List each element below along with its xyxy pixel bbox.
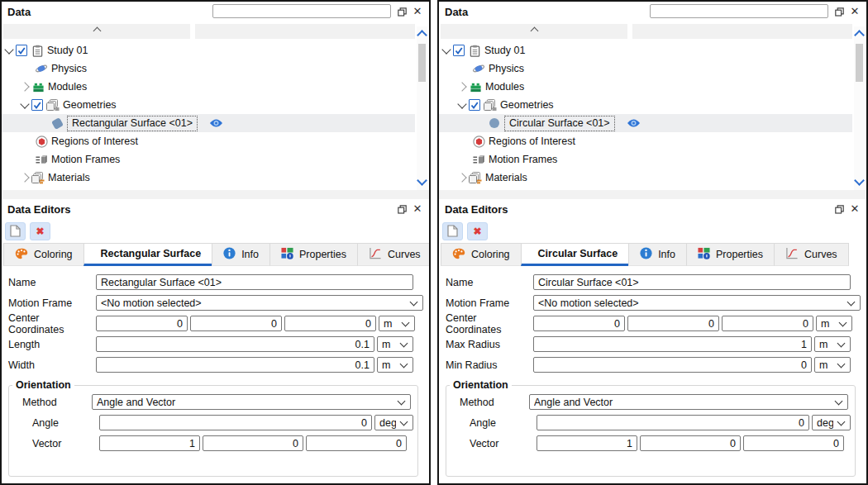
close-panel-button[interactable]: ✕ — [848, 202, 861, 216]
study-checkbox[interactable] — [453, 45, 465, 56]
scrollbar-thumb[interactable] — [418, 44, 426, 82]
close-panel-button[interactable]: ✕ — [411, 5, 424, 18]
dim2-input[interactable] — [96, 357, 374, 373]
vector-x-input[interactable] — [99, 435, 200, 451]
center-y-input[interactable] — [190, 316, 282, 331]
vector-y-input[interactable] — [203, 435, 303, 451]
dim1-unit-select[interactable]: m — [814, 336, 851, 352]
center-y-input[interactable] — [627, 316, 719, 331]
tree-header-column-2[interactable] — [632, 24, 852, 39]
vector-y-input[interactable] — [640, 435, 741, 451]
tree-item-geometries[interactable]: Geometries — [2, 96, 429, 114]
center-z-input[interactable] — [722, 316, 813, 331]
tab-coloring[interactable]: Coloring — [3, 243, 84, 266]
tree-item-modules[interactable]: Modules — [2, 78, 429, 96]
tree-item-physics[interactable]: Physics — [439, 59, 866, 78]
center-unit-select[interactable]: m — [816, 316, 852, 331]
angle-input[interactable] — [99, 415, 372, 430]
chevron-right-icon[interactable] — [457, 82, 466, 91]
tree-item-study[interactable]: Study 01 — [2, 41, 429, 59]
motion-frame-select[interactable]: <No motion selected> — [96, 295, 423, 311]
tree-item-surface[interactable]: Circular Surface <01> — [439, 114, 852, 132]
tree-item-materials[interactable]: Materials — [2, 169, 429, 187]
dim2-unit-select[interactable]: m — [377, 357, 413, 373]
chevron-down-icon[interactable] — [4, 45, 13, 54]
scroll-up-icon[interactable] — [417, 30, 427, 40]
tree-item-motion-frames[interactable]: Motion Frames — [439, 150, 866, 169]
tree-item-label-selected[interactable]: Rectangular Surface <01> — [67, 116, 198, 131]
tree-item-physics[interactable]: Physics — [2, 59, 429, 78]
tab-properties[interactable]: Properties — [269, 243, 358, 266]
angle-unit-select[interactable]: dega — [374, 415, 413, 430]
tab-info[interactable]: Info — [212, 243, 270, 266]
orientation-method-select[interactable]: Angle and Vector — [529, 394, 848, 410]
angle-unit-select[interactable]: dega — [812, 415, 851, 430]
visibility-eye-icon[interactable] — [209, 118, 223, 128]
delete-editor-button[interactable]: ✖ — [30, 222, 50, 240]
tab-properties[interactable]: Properties — [686, 243, 775, 266]
tree-item-study[interactable]: Study 01 — [439, 41, 866, 59]
tab-coloring[interactable]: Coloring — [441, 243, 522, 266]
dim1-unit-select[interactable]: m — [377, 336, 413, 352]
tree-item-regions[interactable]: Regions of Interest — [2, 132, 429, 150]
angle-input[interactable] — [537, 415, 809, 430]
tree-item-surface[interactable]: Rectangular Surface <01> — [2, 114, 415, 132]
motion-frame-select[interactable]: <No motion selected> — [533, 295, 861, 311]
tree-item-geometries[interactable]: Geometries — [439, 96, 866, 114]
scroll-up-icon[interactable] — [854, 30, 865, 40]
new-editor-button[interactable] — [5, 222, 26, 240]
chevron-right-icon[interactable] — [20, 173, 29, 182]
dim2-input[interactable] — [533, 357, 812, 373]
geometries-checkbox[interactable] — [31, 99, 43, 111]
tree-scrollbar[interactable] — [854, 26, 865, 190]
orientation-method-select[interactable]: Angle and Vector — [92, 394, 411, 410]
tree-item-label-selected[interactable]: Circular Surface <01> — [504, 116, 615, 131]
search-input[interactable] — [650, 4, 828, 18]
tab-surface-active[interactable]: Rectangular Surface — [83, 243, 213, 266]
tab-curves[interactable]: Curves — [357, 243, 431, 266]
vector-x-input[interactable] — [537, 435, 637, 451]
new-editor-button[interactable] — [442, 222, 463, 240]
tab-info[interactable]: Info — [628, 243, 687, 266]
dim1-input[interactable] — [533, 336, 812, 352]
chevron-down-icon[interactable] — [20, 99, 29, 108]
scrollbar-track[interactable] — [417, 82, 427, 177]
delete-editor-button[interactable]: ✖ — [467, 222, 488, 240]
visibility-eye-icon[interactable] — [627, 118, 641, 128]
dim1-input[interactable] — [96, 336, 374, 352]
dock-splitter[interactable] — [439, 190, 866, 199]
dim2-unit-select[interactable]: m — [814, 357, 851, 373]
close-panel-button[interactable]: ✕ — [848, 5, 861, 18]
tree-header-column-1[interactable] — [3, 24, 190, 39]
tree-item-regions[interactable]: Regions of Interest — [439, 132, 866, 150]
chevron-right-icon[interactable] — [20, 82, 29, 91]
float-panel-button[interactable] — [395, 5, 408, 18]
center-unit-select[interactable]: m — [379, 316, 415, 331]
vector-z-input[interactable] — [743, 435, 844, 451]
tree-item-motion-frames[interactable]: Motion Frames — [2, 150, 429, 169]
float-panel-button[interactable] — [832, 202, 846, 216]
dock-splitter[interactable] — [2, 190, 429, 199]
tree-item-modules[interactable]: Modules — [439, 78, 866, 96]
tree-header-column-2[interactable] — [195, 24, 415, 39]
tab-curves[interactable]: Curves — [774, 243, 849, 266]
vector-z-input[interactable] — [306, 435, 407, 451]
geometries-checkbox[interactable] — [469, 99, 480, 111]
tab-surface-active[interactable]: Circular Surface — [521, 243, 630, 266]
center-x-input[interactable] — [533, 316, 625, 331]
search-input[interactable] — [212, 4, 391, 18]
tree-scrollbar[interactable] — [417, 26, 427, 190]
float-panel-button[interactable] — [395, 202, 408, 216]
float-panel-button[interactable] — [832, 5, 846, 18]
scroll-down-icon[interactable] — [417, 175, 427, 186]
tree-header-column-1[interactable] — [441, 24, 627, 39]
close-panel-button[interactable]: ✕ — [411, 202, 424, 216]
center-z-input[interactable] — [284, 316, 376, 331]
name-input[interactable] — [533, 274, 851, 290]
study-checkbox[interactable] — [16, 45, 27, 56]
center-x-input[interactable] — [96, 316, 188, 331]
scroll-down-icon[interactable] — [854, 175, 865, 186]
chevron-right-icon[interactable] — [457, 173, 466, 182]
chevron-down-icon[interactable] — [441, 45, 451, 54]
scrollbar-thumb[interactable] — [856, 44, 863, 82]
